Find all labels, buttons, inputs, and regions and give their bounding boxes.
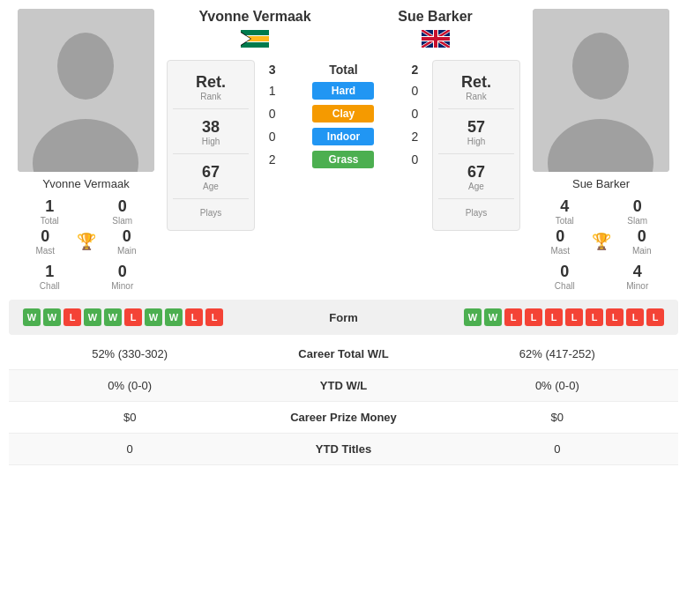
surface-indoor-p2: 2 bbox=[401, 125, 429, 148]
player2-total-label: Total bbox=[533, 216, 597, 226]
form-badge-p2-l: L bbox=[646, 308, 664, 326]
form-badge-p1-w: W bbox=[23, 308, 41, 326]
player2-main-value: 0 bbox=[615, 227, 670, 246]
player1-avatar bbox=[18, 9, 154, 172]
stats-row-1-p2: 0% (0-0) bbox=[451, 379, 664, 392]
form-badge-p1-l: L bbox=[124, 308, 142, 326]
player1-side-stats: Ret. Rank 38 High 67 Age Plays bbox=[167, 60, 255, 231]
main-container: Yvonne Vermaak 1 Total 0 Slam 0 Mast 🏆 bbox=[0, 0, 687, 474]
form-badge-p1-w: W bbox=[43, 308, 61, 326]
player2-rank-value: Ret. bbox=[438, 73, 514, 92]
stats-row-3-p1: 0 bbox=[23, 442, 236, 456]
surface-indoor-btn: Indoor bbox=[286, 125, 400, 148]
surface-clay-p1: 0 bbox=[258, 102, 286, 125]
stats-row-2-p2: $0 bbox=[451, 411, 664, 424]
form-badge-p2-l: L bbox=[626, 308, 644, 326]
svg-point-1 bbox=[57, 33, 114, 100]
player1-chall-cell: 1 Chall bbox=[18, 263, 82, 291]
player1-slam-label: Slam bbox=[91, 216, 155, 226]
player2-slam-label: Slam bbox=[606, 216, 670, 226]
center-section: Yvonne Vermaak bbox=[163, 9, 524, 291]
surface-indoor-p1: 0 bbox=[258, 125, 286, 148]
surface-hard-row: 1 Hard 0 bbox=[258, 79, 429, 102]
player1-age-label: Age bbox=[173, 182, 249, 191]
player1-chall-label: Chall bbox=[18, 281, 82, 291]
player2-name: Sue Barker bbox=[572, 177, 630, 190]
stats-row-2: $0Career Prize Money$0 bbox=[9, 402, 678, 434]
stats-row-3-p2: 0 bbox=[451, 442, 664, 456]
player2-age-item: 67 Age bbox=[438, 156, 514, 199]
player2-mast-label: Mast bbox=[533, 246, 588, 256]
player2-rank-label: Rank bbox=[438, 92, 514, 101]
form-badge-p1-l: L bbox=[63, 308, 81, 326]
player1-minor-cell: 0 Minor bbox=[91, 263, 155, 291]
player2-rank-item: Ret. Rank bbox=[438, 66, 514, 109]
center-name-row: Yvonne Vermaak bbox=[163, 9, 524, 53]
player2-slam-cell: 0 Slam bbox=[606, 197, 670, 226]
player1-main-value: 0 bbox=[100, 227, 155, 246]
surface-clay-btn: Clay bbox=[286, 102, 400, 125]
player2-chall-cell: 0 Chall bbox=[533, 263, 597, 291]
player1-plays-label: Plays bbox=[173, 208, 249, 218]
player1-rank-value: Ret. bbox=[173, 73, 249, 92]
form-badge-p1-w: W bbox=[165, 308, 183, 326]
stats-row-3-label: YTD Titles bbox=[236, 442, 450, 456]
player2-stats: 4 Total 0 Slam bbox=[533, 197, 669, 226]
surface-indoor-row: 0 Indoor 2 bbox=[258, 125, 429, 148]
player1-main-label: Main bbox=[100, 246, 155, 256]
player1-flag bbox=[198, 28, 310, 53]
surface-hard-p2: 0 bbox=[401, 79, 429, 102]
player1-slam-cell: 0 Slam bbox=[91, 197, 155, 226]
player2-total-value: 4 bbox=[533, 197, 597, 216]
player1-minor-value: 0 bbox=[91, 263, 155, 281]
player2-avatar bbox=[533, 9, 669, 172]
player1-plays-item: Plays bbox=[173, 201, 249, 225]
form-badge-p2-w: W bbox=[464, 308, 482, 326]
bottom-stats-section: 52% (330-302)Career Total W/L62% (417-25… bbox=[9, 338, 678, 465]
player1-mast-label: Mast bbox=[18, 246, 73, 256]
player2-high-item: 57 High bbox=[438, 111, 514, 154]
svg-rect-7 bbox=[241, 30, 269, 35]
player1-mast-cell: 0 Mast bbox=[18, 227, 73, 256]
player2-minor-value: 4 bbox=[606, 263, 670, 281]
player2-high-label: High bbox=[438, 137, 514, 146]
player2-mast-cell: 0 Mast bbox=[533, 227, 588, 256]
surface-clay-row: 0 Clay 0 bbox=[258, 102, 429, 125]
player1-trophy-icon: 🏆 bbox=[77, 232, 96, 251]
svg-point-15 bbox=[572, 33, 629, 100]
stats-row-0-p2: 62% (417-252) bbox=[451, 347, 664, 360]
player2-chall-value: 0 bbox=[533, 263, 597, 281]
player2-plays-item: Plays bbox=[438, 201, 514, 225]
player1-stats: 1 Total 0 Slam bbox=[18, 197, 154, 226]
surface-grass-btn: Grass bbox=[286, 148, 400, 171]
players-section: Yvonne Vermaak 1 Total 0 Slam 0 Mast 🏆 bbox=[9, 9, 678, 291]
form-badge-p2-l: L bbox=[545, 308, 563, 326]
player2-plays-label: Plays bbox=[438, 208, 514, 218]
surface-clay-p2: 0 bbox=[401, 102, 429, 125]
stats-row-0-label: Career Total W/L bbox=[236, 347, 450, 360]
form-badge-p1-l: L bbox=[205, 308, 223, 326]
surface-total-label: Total bbox=[286, 60, 400, 79]
stats-row-1: 0% (0-0)YTD W/L0% (0-0) bbox=[9, 370, 678, 402]
player2-age-value: 67 bbox=[438, 163, 514, 182]
stats-row-1-p1: 0% (0-0) bbox=[23, 379, 236, 392]
player1-total-cell: 1 Total bbox=[18, 197, 82, 226]
surface-hard-btn: Hard bbox=[286, 79, 400, 102]
player2-trophy-row: 0 Mast 🏆 0 Main bbox=[533, 227, 669, 256]
surface-p2-total: 2 bbox=[401, 60, 429, 79]
surface-table: 3 Total 2 1 Hard 0 0 Clay 0 bbox=[258, 60, 429, 171]
player1-age-value: 67 bbox=[173, 163, 249, 182]
player2-main-cell: 0 Main bbox=[615, 227, 670, 256]
surface-p1-total: 3 bbox=[258, 60, 286, 79]
form-badge-p2-l: L bbox=[586, 308, 603, 326]
player2-side-stats: Ret. Rank 57 High 67 Age Plays bbox=[432, 60, 520, 231]
player1-total-label: Total bbox=[18, 216, 82, 226]
player1-high-label: High bbox=[173, 137, 249, 146]
player1-header: Yvonne Vermaak bbox=[198, 9, 310, 53]
player2-flag bbox=[383, 28, 489, 53]
player1-high-value: 38 bbox=[173, 118, 249, 137]
stats-row-3: 0YTD Titles0 bbox=[9, 434, 678, 465]
form-section: WWLWWLWWLL Form WWLLLLLLLL bbox=[9, 300, 678, 335]
form-badge-p2-l: L bbox=[525, 308, 542, 326]
stats-row-0-p1: 52% (330-302) bbox=[23, 347, 236, 360]
